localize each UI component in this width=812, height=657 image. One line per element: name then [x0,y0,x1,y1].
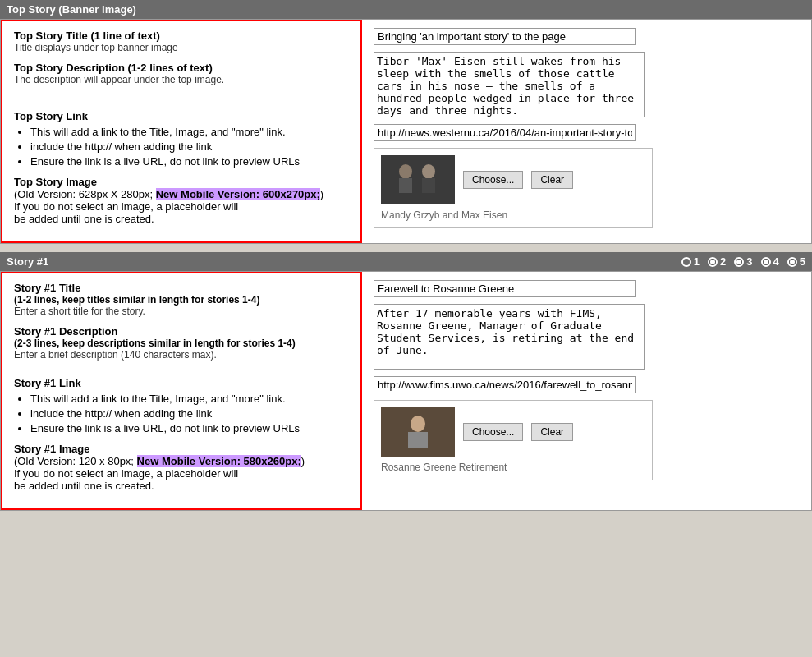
top-story-placeholder-note: If you do not select an image, a placeho… [14,200,349,225]
story1-radio-group: 1 2 3 4 5 [681,255,805,268]
top-story-title-desc: Title displays under top banner image [14,42,349,53]
story1-header-label: Story #1 [7,255,48,268]
story1-image-block: Story #1 Image (Old Version: 120 x 80px;… [14,443,349,492]
story1-desc-block: Story #1 Description (2-3 lines, keep de… [14,325,349,361]
story1-header: Story #1 1 2 3 4 5 [0,252,812,271]
top-story-image-area: Choose... Clear Mandy Grzyb and Max Eise… [374,148,653,228]
top-story-link-bullet-2: include the http:// when adding the link [30,140,349,153]
svg-rect-0 [381,155,455,204]
story1-left-panel: Story #1 Title (1-2 lines, keep titles s… [1,272,362,510]
top-story-title-block: Top Story Title (1 line of text) Title d… [14,30,349,53]
top-story-link-label: Top Story Link [14,110,349,122]
top-story-desc-desc: The description will appear under the to… [14,74,349,85]
story1-link-bullet-2: include the http:// when adding the link [30,407,349,420]
radio-item-2[interactable]: 2 [708,255,726,268]
story1-link-bullets: This will add a link to the Title, Image… [30,393,349,434]
story1-new-version: New Mobile Version: 580x260px; [137,455,301,467]
story1-link-label: Story #1 Link [14,377,349,389]
radio-dot-4 [761,257,771,267]
story1-desc-desc: Enter a brief description (140 character… [14,349,349,361]
top-story-desc-block: Top Story Description (1-2 lines of text… [14,62,349,85]
top-story-link-bullet-1: This will add a link to the Title, Image… [30,126,349,138]
story1-title-input[interactable] [374,280,636,297]
top-story-section: Top Story (Banner Image) Top Story Title… [0,0,812,244]
radio-dot-5 [787,257,797,267]
svg-rect-7 [408,432,428,448]
top-story-clear-button[interactable]: Clear [531,171,573,189]
radio-label-2: 2 [720,255,726,268]
radio-dot-2 [708,257,718,267]
story1-image-thumb [381,407,455,457]
svg-point-3 [422,164,435,179]
radio-dot-3 [734,257,744,267]
story1-title-sub: (1-2 lines, keep titles similar in lengt… [14,294,349,306]
radio-label-1: 1 [694,255,700,268]
story1-right-panel: Choose... Clear Rosanne Greene Retiremen… [362,272,811,510]
top-story-title-label: Top Story Title (1 line of text) [14,30,349,42]
top-story-image-version: (Old Version: 628px X 280px; New Mobile … [14,188,349,200]
top-story-image-thumb [381,155,455,204]
story1-choose-button[interactable]: Choose... [463,423,523,441]
story1-image-area: Choose... Clear Rosanne Greene Retiremen… [374,400,653,480]
story1-placeholder-note: If you do not select an image, a placeho… [14,467,349,492]
story1-desc-label: Story #1 Description [14,325,349,338]
top-story-image-block: Top Story Image (Old Version: 628px X 28… [14,176,349,225]
svg-point-6 [411,416,425,432]
story1-desc-textarea[interactable] [374,304,645,370]
top-story-header: Top Story (Banner Image) [0,0,812,19]
radio-dot-1 [681,257,691,267]
top-story-link-bullet-3: Ensure the link is a live URL, do not li… [30,155,349,168]
top-story-link-input[interactable] [374,124,636,141]
story1-title-label: Story #1 Title [14,282,349,294]
top-story-image-caption: Mandy Grzyb and Max Eisen [381,209,645,221]
story1-link-bullet-3: Ensure the link is a live URL, do not li… [30,422,349,434]
top-story-title-input[interactable] [374,28,636,45]
radio-item-4[interactable]: 4 [761,255,779,268]
story1-image-label: Story #1 Image [14,443,349,455]
top-story-left-panel: Top Story Title (1 line of text) Title d… [1,20,362,243]
story1-image-version: (Old Version: 120 x 80px; New Mobile Ver… [14,455,349,467]
story1-title-desc: Enter a short title for the story. [14,306,349,317]
radio-label-5: 5 [800,255,805,268]
story1-clear-button[interactable]: Clear [531,423,573,441]
top-story-desc-textarea[interactable] [374,52,645,117]
story1-link-input[interactable] [374,376,636,393]
story1-link-bullet-1: This will add a link to the Title, Image… [30,393,349,405]
story1-body: Story #1 Title (1-2 lines, keep titles s… [0,271,812,511]
top-story-new-version: New Mobile Version: 600x270px; [156,188,320,200]
radio-item-5[interactable]: 5 [787,255,805,268]
top-story-link-bullets: This will add a link to the Title, Image… [30,126,349,168]
story1-desc-sub: (2-3 lines, keep descriptions similar in… [14,338,349,349]
story1-section: Story #1 1 2 3 4 5 [0,252,812,511]
story1-link-block: Story #1 Link This will add a link to th… [14,377,349,434]
radio-label-4: 4 [773,255,779,268]
svg-rect-4 [422,178,435,193]
top-story-choose-button[interactable]: Choose... [463,171,523,189]
story1-image-row: Choose... Clear [381,407,645,457]
svg-point-1 [399,164,412,179]
top-story-image-row: Choose... Clear [381,155,645,204]
top-story-right-panel: Choose... Clear Mandy Grzyb and Max Eise… [362,20,811,243]
top-story-desc-label: Top Story Description (1-2 lines of text… [14,62,349,74]
top-story-image-label: Top Story Image [14,176,349,188]
story1-title-block: Story #1 Title (1-2 lines, keep titles s… [14,282,349,317]
top-story-link-block: Top Story Link This will add a link to t… [14,110,349,168]
story1-image-caption: Rosanne Greene Retirement [381,462,645,473]
radio-label-3: 3 [746,255,752,268]
top-story-body: Top Story Title (1 line of text) Title d… [0,19,812,244]
top-story-header-label: Top Story (Banner Image) [7,3,136,16]
radio-item-3[interactable]: 3 [734,255,752,268]
svg-rect-2 [399,178,412,193]
radio-item-1[interactable]: 1 [681,255,700,268]
